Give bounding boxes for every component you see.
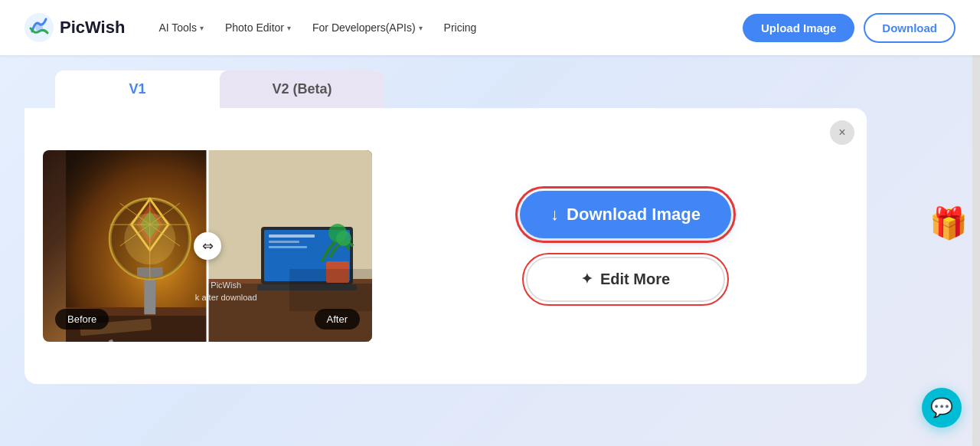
main-content: V1 V2 (Beta) × (0, 55, 980, 399)
after-label: After (315, 309, 360, 330)
logo[interactable]: PicWish (24, 13, 125, 42)
actions-panel: ↓ Download Image ✦ Edit More (403, 191, 848, 302)
svg-point-17 (124, 213, 175, 264)
edit-icon: ✦ (581, 271, 593, 287)
before-label: Before (55, 309, 109, 330)
nav-developers[interactable]: For Developers(APIs) ▾ (303, 17, 432, 38)
brand-name: PicWish (60, 18, 125, 38)
close-button[interactable]: × (830, 120, 854, 145)
svg-rect-26 (269, 234, 315, 238)
logo-icon (24, 13, 54, 42)
header-left: PicWish AI Tools ▾ Photo Editor ▾ For De… (24, 13, 485, 42)
svg-rect-27 (269, 241, 299, 243)
comparison-slider[interactable]: ⇔ (194, 232, 221, 260)
watermark: PicWish k after download (195, 280, 257, 303)
tab-v2[interactable]: V2 (Beta) (220, 71, 384, 108)
chat-icon: 💬 (930, 397, 953, 418)
svg-point-32 (336, 231, 351, 246)
chat-button[interactable]: 💬 (922, 388, 962, 428)
svg-rect-6 (144, 274, 155, 314)
header: PicWish AI Tools ▾ Photo Editor ▾ For De… (0, 0, 980, 55)
gift-widget[interactable]: 🎁 (929, 205, 968, 241)
download-icon: ↓ (550, 205, 559, 225)
edit-more-label: Edit More (600, 271, 670, 288)
tab-v1[interactable]: V1 (55, 71, 220, 108)
header-right: Upload Image Download (743, 13, 956, 43)
photo-editor-chevron-icon: ▾ (287, 24, 291, 32)
svg-rect-33 (289, 269, 372, 311)
download-image-button[interactable]: ↓ Download Image (520, 191, 731, 238)
editor-card: × (24, 108, 867, 384)
main-nav: AI Tools ▾ Photo Editor ▾ For Developers… (149, 17, 485, 38)
version-tabs: V1 V2 (Beta) (55, 71, 384, 108)
edit-more-button[interactable]: ✦ Edit More (526, 257, 725, 302)
scrollbar-track (972, 0, 980, 446)
nav-ai-tools[interactable]: AI Tools ▾ (149, 17, 213, 38)
download-image-label: Download Image (567, 205, 701, 225)
image-comparison: ⇔ Before After PicWish k after download (43, 150, 372, 342)
ai-tools-chevron-icon: ▾ (200, 24, 204, 32)
developers-chevron-icon: ▾ (419, 24, 423, 32)
nav-pricing[interactable]: Pricing (435, 17, 486, 38)
download-button[interactable]: Download (864, 13, 956, 43)
nav-photo-editor[interactable]: Photo Editor ▾ (216, 17, 300, 38)
upload-image-button[interactable]: Upload Image (743, 14, 854, 42)
svg-point-1 (35, 24, 43, 31)
svg-rect-28 (269, 246, 307, 248)
